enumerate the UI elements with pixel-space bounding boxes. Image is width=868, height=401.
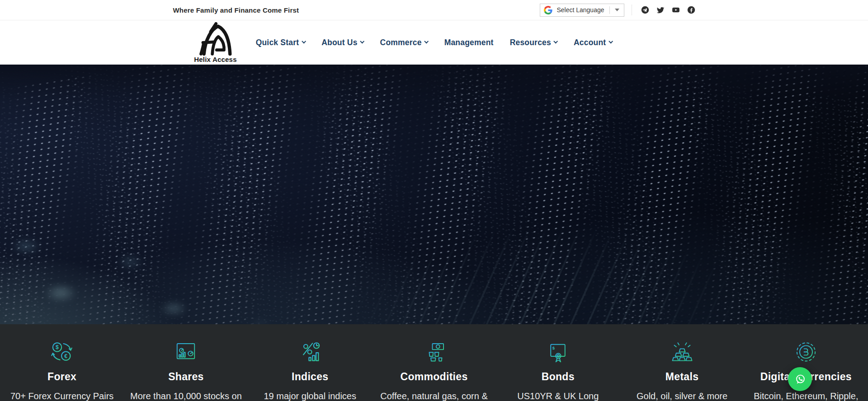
twitter-icon[interactable] — [656, 6, 665, 14]
google-logo-icon — [544, 6, 552, 14]
nav-item-resources[interactable]: Resources — [510, 38, 557, 47]
brand-name: Helix Access — [194, 56, 236, 63]
facebook-icon[interactable] — [687, 6, 695, 14]
market-card-metals: Metals Gold, oil, silver & more — [620, 340, 744, 401]
card-title: Metals — [665, 370, 698, 383]
shares-monitor-icon — [171, 340, 200, 366]
card-title: Shares — [168, 370, 204, 383]
bonds-certificate-icon: $ — [543, 340, 572, 366]
language-selector[interactable]: Select Language — [540, 4, 624, 17]
indices-percent-chart-icon — [296, 340, 325, 366]
nav-item-account[interactable]: Account — [574, 38, 612, 47]
card-description: Gold, oil, silver & more — [637, 389, 727, 401]
commodities-goods-icon — [420, 340, 448, 366]
whatsapp-icon — [793, 373, 807, 386]
site-tagline: Where Family and Finance Come First — [173, 6, 299, 14]
brand-logo[interactable]: Helix Access — [194, 22, 237, 63]
main-menu: Quick Start About Us Commerce Management… — [256, 38, 613, 47]
nav-item-commerce[interactable]: Commerce — [380, 38, 428, 47]
markets-section: $ € Forex 70+ Forex Currency Pairs on — [0, 324, 868, 401]
market-card-indices: Indices 19 major global indices — [248, 340, 372, 401]
youtube-icon[interactable] — [672, 6, 680, 14]
nav-item-about-us[interactable]: About Us — [321, 38, 363, 47]
dropdown-arrow-icon — [615, 9, 619, 11]
card-description: More than 10,000 stocks on — [130, 389, 242, 401]
card-description: Bitcoin, Ethereum, Ripple, — [754, 389, 858, 401]
chevron-down-icon — [360, 39, 364, 43]
hero-banner — [0, 65, 868, 324]
market-card-shares: Shares More than 10,000 stocks on — [124, 340, 248, 401]
whatsapp-button[interactable] — [788, 367, 812, 391]
card-title: Forex — [47, 370, 76, 383]
svg-text:$: $ — [552, 345, 555, 350]
chevron-down-icon — [424, 39, 429, 43]
language-selector-label: Select Language — [557, 6, 604, 14]
chevron-down-icon — [609, 39, 613, 43]
helix-access-monogram-icon — [194, 22, 237, 56]
chevron-down-icon — [553, 39, 558, 43]
topbar-divider — [632, 5, 632, 15]
card-description: Coffee, natural gas, corn & — [380, 389, 488, 401]
svg-text:$: $ — [56, 344, 59, 350]
bitcoin-coin-icon — [792, 340, 821, 366]
market-card-bonds: $ Bonds US10YR & UK Long — [496, 340, 620, 401]
hero-shading-overlay — [0, 65, 868, 324]
svg-text:€: € — [64, 353, 67, 359]
forex-exchange-icon: $ € — [47, 340, 76, 366]
main-navbar: Helix Access Quick Start About Us Commer… — [0, 20, 868, 65]
market-card-forex: $ € Forex 70+ Forex Currency Pairs on — [0, 340, 124, 401]
market-card-commodities: Commodities Coffee, natural gas, corn & — [372, 340, 496, 401]
nav-item-quick-start[interactable]: Quick Start — [256, 38, 306, 47]
language-selector-separator — [609, 6, 610, 14]
metals-gold-bars-icon — [668, 340, 697, 366]
card-title: Indices — [292, 370, 328, 383]
card-description: 70+ Forex Currency Pairs on — [5, 389, 119, 401]
card-title: Bonds — [542, 370, 575, 383]
chevron-down-icon — [302, 39, 306, 43]
card-title: Commodities — [401, 370, 468, 383]
top-bar: Where Family and Finance Come First Sele… — [0, 0, 868, 20]
nav-item-management[interactable]: Management — [444, 38, 494, 47]
card-description: US10YR & UK Long — [517, 389, 599, 401]
telegram-icon[interactable] — [641, 6, 649, 14]
card-description: 19 major global indices — [264, 389, 356, 401]
